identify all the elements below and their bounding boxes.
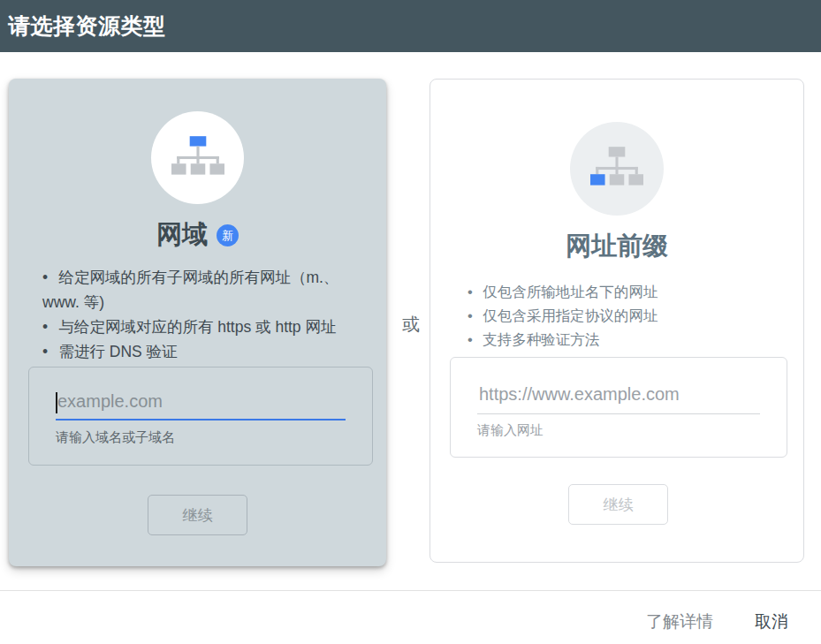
sitemap-domain-icon [171,136,224,180]
text-caret [56,392,57,413]
url-prefix-input[interactable] [477,384,760,414]
url-prefix-feature-item: 仅包含采用指定协议的网址 [468,304,782,328]
new-badge: 新 [217,224,239,246]
url-prefix-feature-item: 仅包含所输地址名下的网址 [468,280,782,304]
url-prefix-input-panel: 请输入网址 [450,357,787,458]
url-prefix-continue-button[interactable]: 继续 [568,484,668,525]
cancel-button[interactable]: 取消 [755,610,788,633]
domain-card-title: 网域 [156,217,208,253]
url-prefix-icon-circle [570,122,664,216]
dialog-title: 请选择资源类型 [8,11,166,41]
domain-title-row: 网域 新 [9,217,386,253]
domain-input-panel: 请输入域名或子域名 [28,367,373,466]
domain-input-field [56,391,346,420]
sitemap-url-prefix-icon [590,147,643,191]
url-prefix-title-row: 网址前缀 [430,229,803,264]
url-prefix-input-field [477,384,760,414]
dialog-header: 请选择资源类型 [0,0,821,52]
url-prefix-feature-list: 仅包含所输地址名下的网址 仅包含采用指定协议的网址 支持多种验证方法 [468,280,782,352]
domain-icon-circle [151,111,244,204]
dialog-footer: 了解详情 取消 [646,610,788,633]
domain-property-card[interactable]: 网域 新 给定网域的所有子网域的所有网址（m.、www. 等) 与给定网域对应的… [9,79,386,566]
url-prefix-input-helper: 请输入网址 [477,422,760,439]
select-property-type-dialog: 请选择资源类型 网域 新 给定网域的所有子网域的所有网址（m.、www. 等) … [0,0,821,644]
domain-feature-item: 与给定网域对应的所有 https 或 http 网址 [42,314,365,339]
url-prefix-feature-item: 支持多种验证方法 [468,328,782,352]
footer-divider [0,590,821,591]
domain-input[interactable] [56,391,346,420]
domain-input-helper: 请输入域名或子域名 [56,429,346,446]
domain-feature-list: 给定网域的所有子网域的所有网址（m.、www. 等) 与给定网域对应的所有 ht… [42,265,365,364]
or-separator: 或 [391,313,430,337]
domain-feature-item: 需进行 DNS 验证 [42,339,365,364]
domain-continue-button[interactable]: 继续 [148,495,247,535]
url-prefix-property-card[interactable]: 网址前缀 仅包含所输地址名下的网址 仅包含采用指定协议的网址 支持多种验证方法 … [430,79,804,563]
url-prefix-card-title: 网址前缀 [566,229,668,264]
domain-feature-item: 给定网域的所有子网域的所有网址（m.、www. 等) [42,265,365,314]
learn-more-link[interactable]: 了解详情 [646,610,713,633]
